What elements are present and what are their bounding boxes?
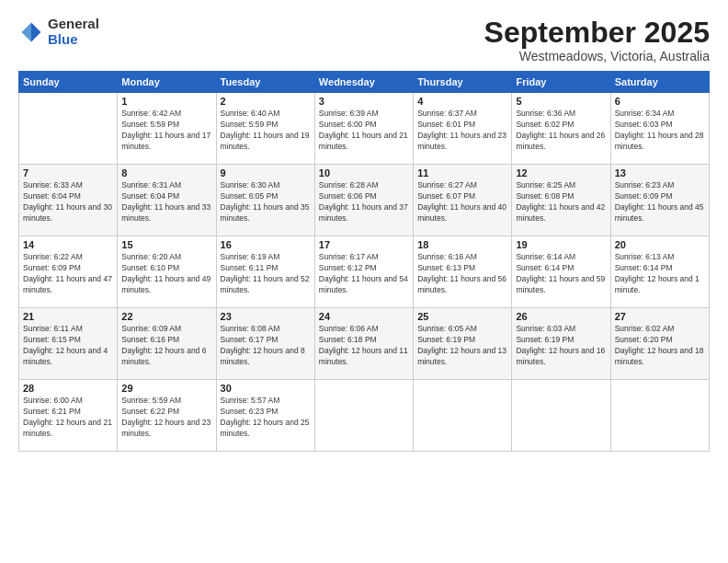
- col-saturday: Saturday: [610, 72, 709, 93]
- calendar-cell: 26Sunrise: 6:03 AMSunset: 6:19 PMDayligh…: [512, 308, 610, 380]
- day-info: Sunrise: 6:30 AMSunset: 6:05 PMDaylight:…: [221, 180, 311, 224]
- col-tuesday: Tuesday: [216, 72, 314, 93]
- calendar-cell: 11Sunrise: 6:27 AMSunset: 6:07 PMDayligh…: [414, 165, 512, 236]
- day-info: Sunrise: 6:37 AMSunset: 6:01 PMDaylight:…: [417, 109, 507, 153]
- day-info: Sunrise: 6:08 AMSunset: 6:17 PMDaylight:…: [221, 324, 311, 368]
- calendar-week-5: 28Sunrise: 6:00 AMSunset: 6:21 PMDayligh…: [19, 380, 710, 452]
- svg-marker-0: [31, 22, 41, 41]
- calendar-cell: 18Sunrise: 6:16 AMSunset: 6:13 PMDayligh…: [414, 236, 512, 308]
- calendar-week-1: 1Sunrise: 6:42 AMSunset: 5:59 PMDaylight…: [19, 93, 710, 165]
- calendar-cell: 17Sunrise: 6:17 AMSunset: 6:12 PMDayligh…: [314, 236, 413, 308]
- day-info: Sunrise: 6:19 AMSunset: 6:11 PMDaylight:…: [221, 252, 311, 296]
- svg-marker-1: [22, 22, 32, 41]
- day-info: Sunrise: 6:20 AMSunset: 6:10 PMDaylight:…: [121, 252, 211, 296]
- day-info: Sunrise: 6:28 AMSunset: 6:06 PMDaylight:…: [319, 180, 409, 224]
- page: General Blue September 2025 Westmeadows,…: [0, 0, 728, 563]
- day-number: 17: [319, 239, 409, 250]
- day-number: 1: [121, 96, 211, 107]
- calendar-cell: 15Sunrise: 6:20 AMSunset: 6:10 PMDayligh…: [118, 236, 216, 308]
- calendar-cell: 22Sunrise: 6:09 AMSunset: 6:16 PMDayligh…: [118, 308, 216, 380]
- day-number: 14: [23, 239, 113, 250]
- col-thursday: Thursday: [414, 72, 512, 93]
- day-info: Sunrise: 6:39 AMSunset: 6:00 PMDaylight:…: [319, 109, 409, 153]
- day-info: Sunrise: 6:42 AMSunset: 5:59 PMDaylight:…: [121, 109, 211, 153]
- day-number: 26: [516, 311, 606, 322]
- calendar-cell: 4Sunrise: 6:37 AMSunset: 6:01 PMDaylight…: [414, 93, 512, 165]
- day-number: 2: [221, 96, 311, 107]
- calendar-cell: [512, 380, 610, 452]
- logo-blue-label: Blue: [48, 32, 99, 48]
- day-number: 13: [615, 167, 705, 178]
- calendar-cell: 23Sunrise: 6:08 AMSunset: 6:17 PMDayligh…: [216, 308, 314, 380]
- calendar-cell: 3Sunrise: 6:39 AMSunset: 6:00 PMDaylight…: [314, 93, 413, 165]
- calendar-cell: 14Sunrise: 6:22 AMSunset: 6:09 PMDayligh…: [19, 236, 118, 308]
- day-number: 8: [121, 167, 211, 178]
- calendar-cell: [314, 380, 413, 452]
- calendar-cell: 25Sunrise: 6:05 AMSunset: 6:19 PMDayligh…: [414, 308, 512, 380]
- calendar-cell: 8Sunrise: 6:31 AMSunset: 6:04 PMDaylight…: [118, 165, 216, 236]
- day-info: Sunrise: 6:31 AMSunset: 6:04 PMDaylight:…: [121, 180, 211, 224]
- logo-general-label: General: [48, 17, 99, 32]
- calendar-cell: 30Sunrise: 5:57 AMSunset: 6:23 PMDayligh…: [216, 380, 314, 452]
- day-number: 18: [417, 239, 507, 250]
- calendar-cell: 29Sunrise: 5:59 AMSunset: 6:22 PMDayligh…: [118, 380, 216, 452]
- day-number: 11: [417, 167, 507, 178]
- calendar-week-3: 14Sunrise: 6:22 AMSunset: 6:09 PMDayligh…: [19, 236, 710, 308]
- day-info: Sunrise: 6:23 AMSunset: 6:09 PMDaylight:…: [615, 180, 705, 224]
- day-number: 19: [516, 239, 606, 250]
- calendar-cell: 13Sunrise: 6:23 AMSunset: 6:09 PMDayligh…: [610, 165, 709, 236]
- day-number: 10: [319, 167, 409, 178]
- day-number: 6: [615, 96, 705, 107]
- day-info: Sunrise: 5:59 AMSunset: 6:22 PMDaylight:…: [121, 396, 211, 440]
- calendar-cell: [19, 93, 118, 165]
- day-number: 16: [221, 239, 311, 250]
- day-number: 21: [23, 311, 113, 322]
- calendar-cell: 5Sunrise: 6:36 AMSunset: 6:02 PMDaylight…: [512, 93, 610, 165]
- day-number: 29: [121, 383, 211, 394]
- calendar-cell: [414, 380, 512, 452]
- day-info: Sunrise: 6:02 AMSunset: 6:20 PMDaylight:…: [615, 324, 705, 368]
- day-info: Sunrise: 6:25 AMSunset: 6:08 PMDaylight:…: [516, 180, 606, 224]
- day-info: Sunrise: 6:36 AMSunset: 6:02 PMDaylight:…: [516, 109, 606, 153]
- location: Westmeadows, Victoria, Australia: [484, 49, 710, 63]
- day-info: Sunrise: 6:34 AMSunset: 6:03 PMDaylight:…: [615, 109, 705, 153]
- calendar-cell: 10Sunrise: 6:28 AMSunset: 6:06 PMDayligh…: [314, 165, 413, 236]
- day-info: Sunrise: 6:09 AMSunset: 6:16 PMDaylight:…: [121, 324, 211, 368]
- calendar-table: Sunday Monday Tuesday Wednesday Thursday…: [18, 71, 710, 452]
- calendar-cell: 9Sunrise: 6:30 AMSunset: 6:05 PMDaylight…: [216, 165, 314, 236]
- day-number: 23: [221, 311, 311, 322]
- calendar-cell: 7Sunrise: 6:33 AMSunset: 6:04 PMDaylight…: [19, 165, 118, 236]
- logo: General Blue: [18, 17, 99, 47]
- col-monday: Monday: [118, 72, 216, 93]
- day-number: 15: [121, 239, 211, 250]
- col-wednesday: Wednesday: [314, 72, 413, 93]
- calendar-cell: 2Sunrise: 6:40 AMSunset: 5:59 PMDaylight…: [216, 93, 314, 165]
- day-number: 28: [23, 383, 113, 394]
- day-info: Sunrise: 6:03 AMSunset: 6:19 PMDaylight:…: [516, 324, 606, 368]
- col-sunday: Sunday: [19, 72, 118, 93]
- header-row: Sunday Monday Tuesday Wednesday Thursday…: [19, 72, 710, 93]
- day-info: Sunrise: 6:22 AMSunset: 6:09 PMDaylight:…: [23, 252, 113, 296]
- month-title: September 2025: [484, 17, 710, 49]
- day-number: 4: [417, 96, 507, 107]
- calendar-cell: 16Sunrise: 6:19 AMSunset: 6:11 PMDayligh…: [216, 236, 314, 308]
- day-number: 7: [23, 167, 113, 178]
- calendar-cell: 1Sunrise: 6:42 AMSunset: 5:59 PMDaylight…: [118, 93, 216, 165]
- day-info: Sunrise: 6:14 AMSunset: 6:14 PMDaylight:…: [516, 252, 606, 296]
- day-info: Sunrise: 6:00 AMSunset: 6:21 PMDaylight:…: [23, 396, 113, 440]
- day-info: Sunrise: 6:17 AMSunset: 6:12 PMDaylight:…: [319, 252, 409, 296]
- day-number: 12: [516, 167, 606, 178]
- day-info: Sunrise: 6:11 AMSunset: 6:15 PMDaylight:…: [23, 324, 113, 368]
- calendar-cell: 19Sunrise: 6:14 AMSunset: 6:14 PMDayligh…: [512, 236, 610, 308]
- day-info: Sunrise: 6:05 AMSunset: 6:19 PMDaylight:…: [417, 324, 507, 368]
- day-number: 25: [417, 311, 507, 322]
- day-number: 24: [319, 311, 409, 322]
- day-info: Sunrise: 6:33 AMSunset: 6:04 PMDaylight:…: [23, 180, 113, 224]
- day-info: Sunrise: 5:57 AMSunset: 6:23 PMDaylight:…: [221, 396, 311, 440]
- calendar-cell: 24Sunrise: 6:06 AMSunset: 6:18 PMDayligh…: [314, 308, 413, 380]
- day-number: 22: [121, 311, 211, 322]
- day-info: Sunrise: 6:40 AMSunset: 5:59 PMDaylight:…: [221, 109, 311, 153]
- day-number: 30: [221, 383, 311, 394]
- title-block: September 2025 Westmeadows, Victoria, Au…: [484, 17, 710, 63]
- day-number: 3: [319, 96, 409, 107]
